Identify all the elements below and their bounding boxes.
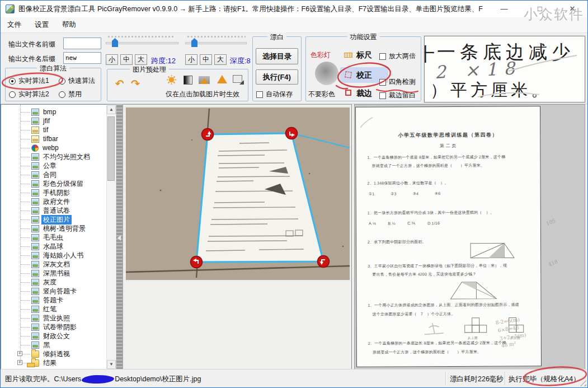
- tree-item[interactable]: + 深黑书籍: [1, 269, 106, 278]
- tree-item[interactable]: + 结果: [1, 358, 106, 367]
- tree-item[interactable]: + 水晶球: [1, 242, 106, 251]
- span-slider-thumb[interactable]: [112, 38, 118, 47]
- crop-margin-checkbox[interactable]: 裁边留白: [379, 91, 416, 100]
- doc-text-line: A.⅓ B.¼ C.⅕ D.1/16: [369, 221, 440, 227]
- bleach-group: 漂白 选择目录 执行(F4) 自动保存: [252, 36, 302, 101]
- tree-item[interactable]: + 公章: [1, 161, 106, 170]
- corner-marker-top-right[interactable]: [286, 128, 298, 139]
- span-large-button[interactable]: 大: [135, 54, 147, 65]
- file-type-icon: [31, 261, 39, 268]
- tree-item[interactable]: + tifbar: [1, 134, 106, 143]
- status-divider: [505, 372, 505, 385]
- radio-realtime-2[interactable]: 实时算法2: [9, 90, 49, 99]
- menu-item[interactable]: 帮助: [55, 17, 83, 32]
- tree-item[interactable]: + 政府文件: [1, 197, 106, 206]
- span-small-button[interactable]: 小: [106, 54, 118, 65]
- tree-item[interactable]: + jfif: [1, 116, 106, 125]
- file-type-icon: [31, 243, 39, 250]
- tree-item[interactable]: + 手机阴影: [1, 188, 106, 197]
- radio-disable[interactable]: 禁用: [59, 90, 82, 99]
- diagram-trapezoid: [446, 278, 502, 303]
- contrast-icon[interactable]: [184, 76, 192, 85]
- correct-icon[interactable]: [345, 71, 351, 78]
- corner-marker-bottom-right[interactable]: [318, 256, 330, 268]
- saturation-icon[interactable]: [199, 76, 210, 84]
- depth-small-button[interactable]: 小: [185, 54, 197, 65]
- sharpen-icon[interactable]: [217, 75, 227, 83]
- ruler-label[interactable]: 标尺: [356, 50, 372, 60]
- result-preview-panel[interactable]: 小学五年级数学思维训练题（第四卷） 第 二 页 1、一个直角梯形的一个底是 8厘…: [354, 104, 585, 370]
- tree-item[interactable]: + 试卷带阴影: [1, 322, 106, 331]
- tree-item-label: 校正图片: [41, 215, 72, 225]
- file-type-icon: [31, 198, 39, 205]
- radio-realtime-1[interactable]: 实时算法1: [9, 76, 49, 86]
- ruler-icon[interactable]: [344, 53, 352, 58]
- tree-item[interactable]: + bmp: [1, 107, 106, 116]
- expand-toggle-icon[interactable]: +: [17, 360, 22, 365]
- brightness-icon[interactable]: [167, 75, 176, 85]
- redo-icon[interactable]: ↷: [131, 78, 140, 89]
- file-type-icon: [31, 270, 39, 277]
- tree-item[interactable]: + 不均匀光照文档: [1, 152, 106, 161]
- checkbox-box: [379, 53, 386, 60]
- resize-image-icon[interactable]: [233, 75, 242, 83]
- corner-marker-bottom-left[interactable]: [191, 256, 203, 268]
- crop-icon[interactable]: [345, 90, 351, 96]
- tree-item[interactable]: + 答题卡: [1, 296, 106, 305]
- menu-item[interactable]: 文件: [1, 17, 28, 32]
- tree-item[interactable]: + 合同: [1, 170, 106, 179]
- select-directory-button[interactable]: 选择目录: [256, 48, 298, 64]
- minimize-button[interactable]: —: [493, 1, 515, 17]
- crop-label[interactable]: 裁边: [356, 88, 372, 99]
- menu-item[interactable]: 设置: [28, 17, 55, 32]
- file-type-icon: [31, 207, 39, 214]
- tree-item[interactable]: + 彩色分级保留: [1, 179, 106, 188]
- zoom-preview-panel[interactable]: 十 一条底边减少 2 ×18 ）平方厘米。: [424, 36, 585, 102]
- undo-icon[interactable]: ↶: [115, 78, 124, 89]
- tree-item[interactable]: + 红笔: [1, 305, 106, 314]
- corner-detect-checkbox[interactable]: 四角检测: [379, 77, 416, 87]
- file-tree-panel: + bmp + jfif + tif + tifbar +: [1, 104, 116, 370]
- panel-splitter[interactable]: [116, 104, 123, 370]
- tree-item-label: 倾斜透视: [41, 349, 72, 359]
- tree-item[interactable]: + 倾斜透视: [1, 349, 106, 358]
- file-type-icon: [31, 252, 39, 259]
- tree-item[interactable]: + 财政公文: [1, 331, 106, 340]
- algorithm-group: 漂白算法 实时算法1 快速算法 实时算法2 禁用: [5, 68, 101, 101]
- execute-button[interactable]: 执行(F4): [256, 69, 298, 85]
- zoom-2x-checkbox[interactable]: 放大两倍: [379, 52, 416, 61]
- tree-item[interactable]: + 竖向答题卡: [1, 287, 106, 296]
- color-light-preview[interactable]: [315, 62, 338, 85]
- prefix-input[interactable]: [63, 38, 101, 49]
- tree-item[interactable]: + 普通试卷: [1, 206, 106, 215]
- tree-item-label: webp: [41, 144, 60, 152]
- tree-item[interactable]: + 海姑娘小人书: [1, 251, 106, 260]
- depth-medium-button[interactable]: 中: [200, 54, 212, 65]
- span-medium-button[interactable]: 中: [120, 54, 133, 65]
- photo-preview[interactable]: [125, 106, 351, 281]
- tree-item[interactable]: + 营业执照: [1, 314, 106, 322]
- file-type-icon: [31, 297, 39, 304]
- file-type-icon: [31, 225, 39, 232]
- tree-item[interactable]: + 毛毛虫: [1, 233, 106, 242]
- tree-scrollbar[interactable]: ▲ ▼: [106, 105, 115, 369]
- scroll-up-icon[interactable]: ▲: [107, 105, 116, 114]
- autosave-checkbox[interactable]: 自动保存: [256, 90, 293, 99]
- tree-item[interactable]: + 桃树-透明背景: [1, 224, 106, 233]
- page-crease: [358, 113, 380, 132]
- depth-slider-thumb[interactable]: [191, 38, 197, 47]
- tree-item[interactable]: + 灰度: [1, 278, 106, 287]
- scrollbar-thumb[interactable]: [107, 116, 115, 181]
- radio-fast[interactable]: 快速算法: [59, 76, 95, 86]
- depth-large-button[interactable]: 大: [214, 54, 227, 65]
- scroll-down-icon[interactable]: ▼: [107, 360, 116, 369]
- correct-label[interactable]: 校正: [356, 71, 372, 81]
- tree-item[interactable]: + tif: [1, 125, 106, 134]
- tree-item[interactable]: + 深灰文档: [1, 260, 106, 269]
- tree-item[interactable]: + 黑: [1, 340, 106, 349]
- tree-item[interactable]: + 校正图片: [1, 215, 106, 224]
- corner-marker-top-left[interactable]: [202, 129, 214, 141]
- tree-item[interactable]: + webp: [1, 143, 106, 152]
- suffix-input[interactable]: [63, 52, 101, 64]
- expand-toggle-icon[interactable]: +: [17, 351, 22, 356]
